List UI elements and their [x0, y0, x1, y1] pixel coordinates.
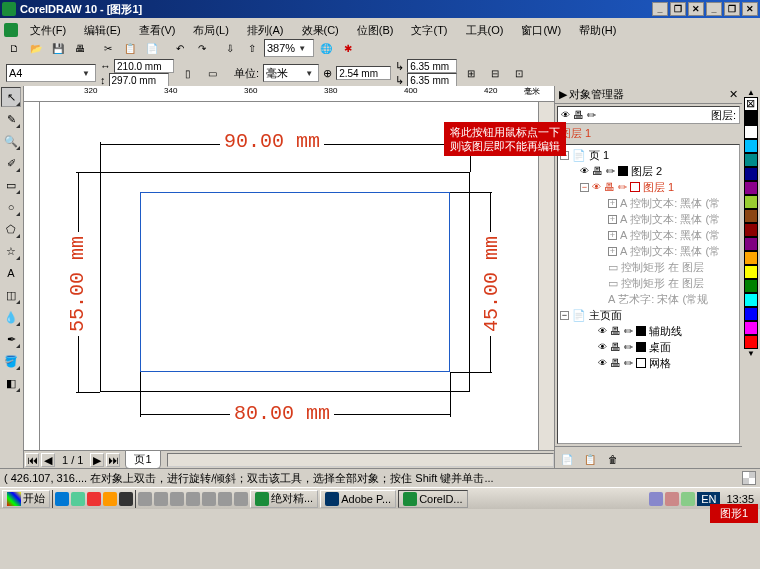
- tree-item[interactable]: +A控制文本: 黑体 (常: [560, 243, 737, 259]
- horizontal-ruler[interactable]: 320 340 360 380 400 420 毫米: [24, 86, 554, 102]
- color-swatch[interactable]: [744, 181, 758, 195]
- print-button[interactable]: 🖶: [70, 38, 90, 58]
- systray-icon[interactable]: [649, 492, 663, 506]
- tree-item[interactable]: +A控制文本: 黑体 (常: [560, 195, 737, 211]
- page-height-input[interactable]: [109, 73, 169, 87]
- restore-button[interactable]: ❐: [670, 2, 686, 16]
- menu-effects[interactable]: 效果(C): [296, 22, 345, 39]
- open-button[interactable]: 📂: [26, 38, 46, 58]
- minimize-button[interactable]: _: [652, 2, 668, 16]
- zoom-input[interactable]: 387%▼: [264, 39, 314, 57]
- ellipse-tool[interactable]: ○: [1, 197, 21, 217]
- systray-icon[interactable]: [665, 492, 679, 506]
- tree-grid-node[interactable]: 👁🖶✏网格: [560, 355, 737, 371]
- redo-button[interactable]: ↷: [192, 38, 212, 58]
- eyedropper-tool[interactable]: 💧: [1, 307, 21, 327]
- color-swatch[interactable]: [744, 251, 758, 265]
- color-swatch[interactable]: [744, 111, 758, 125]
- menu-tools[interactable]: 工具(O): [460, 22, 510, 39]
- paper-size-dropdown[interactable]: A4▼: [6, 64, 96, 82]
- doc-restore-button[interactable]: ❐: [724, 2, 740, 16]
- tray-icon[interactable]: [186, 492, 200, 506]
- tray-icon[interactable]: [202, 492, 216, 506]
- tree-item[interactable]: +A控制文本: 黑体 (常: [560, 227, 737, 243]
- tree-master-node[interactable]: −📄主页面: [560, 307, 737, 323]
- units-dropdown[interactable]: 毫米▼: [263, 64, 319, 82]
- menu-text[interactable]: 文字(T): [405, 22, 453, 39]
- blend-tool[interactable]: ◫: [1, 285, 21, 305]
- undo-button[interactable]: ↶: [170, 38, 190, 58]
- menu-arrange[interactable]: 排列(A): [241, 22, 290, 39]
- page-width-input[interactable]: [114, 59, 174, 73]
- taskbar-app[interactable]: Adobe P...: [320, 490, 396, 508]
- edit-icon[interactable]: ✏: [587, 109, 596, 122]
- copy-button[interactable]: 📋: [120, 38, 140, 58]
- delete-button[interactable]: 🗑: [603, 449, 623, 469]
- color-swatch[interactable]: [744, 265, 758, 279]
- polygon-tool[interactable]: ⬠: [1, 219, 21, 239]
- nudge-input[interactable]: [336, 66, 391, 80]
- tree-item[interactable]: ▭控制矩形 在 图层: [560, 259, 737, 275]
- color-swatch[interactable]: [744, 139, 758, 153]
- tray-icon[interactable]: [55, 492, 69, 506]
- horizontal-scrollbar[interactable]: [167, 453, 554, 467]
- app-launcher-button[interactable]: ✱: [338, 38, 358, 58]
- dup-x-input[interactable]: [407, 59, 457, 73]
- color-swatch[interactable]: [744, 279, 758, 293]
- print-icon[interactable]: 🖶: [573, 109, 584, 121]
- doc-minimize-button[interactable]: _: [706, 2, 722, 16]
- tree-item[interactable]: +A控制文本: 黑体 (常: [560, 211, 737, 227]
- save-button[interactable]: 💾: [48, 38, 68, 58]
- dup-y-input[interactable]: [407, 73, 457, 87]
- color-swatch[interactable]: [744, 209, 758, 223]
- tree-item[interactable]: A艺术字: 宋体 (常规: [560, 291, 737, 307]
- menu-window[interactable]: 窗口(W): [515, 22, 567, 39]
- interactive-fill-tool[interactable]: ◧: [1, 373, 21, 393]
- corel-online-button[interactable]: 🌐: [316, 38, 336, 58]
- color-swatch[interactable]: [744, 167, 758, 181]
- tray-icon[interactable]: [170, 492, 184, 506]
- tree-layer1-node[interactable]: −👁🖶✏图层 1: [560, 179, 737, 195]
- color-swatch[interactable]: [744, 321, 758, 335]
- tray-icon[interactable]: [103, 492, 117, 506]
- docker-close-button[interactable]: ✕: [729, 88, 738, 101]
- prev-page-button[interactable]: ◀: [41, 453, 55, 467]
- close-button[interactable]: ✕: [688, 2, 704, 16]
- color-swatch[interactable]: [744, 195, 758, 209]
- palette-down-button[interactable]: ▼: [747, 349, 755, 358]
- taskbar-app[interactable]: 绝对精...: [250, 490, 318, 508]
- page-tab[interactable]: 页1: [125, 450, 160, 468]
- start-button[interactable]: 开始: [2, 490, 50, 508]
- menu-file[interactable]: 文件(F): [24, 22, 72, 39]
- menu-help[interactable]: 帮助(H): [573, 22, 622, 39]
- landscape-button[interactable]: ▭: [202, 63, 222, 83]
- cut-button[interactable]: ✂: [98, 38, 118, 58]
- tree-desktop-node[interactable]: 👁🖶✏桌面: [560, 339, 737, 355]
- tray-icon[interactable]: [119, 492, 133, 506]
- pick-tool[interactable]: ↖: [1, 87, 21, 107]
- color-swatch[interactable]: [744, 153, 758, 167]
- text-tool[interactable]: A: [1, 263, 21, 283]
- vertical-ruler[interactable]: [24, 102, 40, 450]
- fill-tool[interactable]: 🪣: [1, 351, 21, 371]
- color-swatch[interactable]: [744, 335, 758, 349]
- snap-obj-button[interactable]: ⊡: [509, 63, 529, 83]
- color-swatch[interactable]: [744, 125, 758, 139]
- color-swatch[interactable]: [744, 307, 758, 321]
- tray-icon[interactable]: [234, 492, 248, 506]
- menu-view[interactable]: 查看(V): [133, 22, 182, 39]
- next-page-button[interactable]: ▶: [90, 453, 104, 467]
- tray-icon[interactable]: [87, 492, 101, 506]
- eye-icon[interactable]: 👁: [561, 110, 570, 120]
- import-button[interactable]: ⇩: [220, 38, 240, 58]
- last-page-button[interactable]: ⏭: [106, 453, 120, 467]
- doc-close-button[interactable]: ✕: [742, 2, 758, 16]
- no-fill-swatch[interactable]: ⊠: [744, 97, 758, 111]
- menu-bitmaps[interactable]: 位图(B): [351, 22, 400, 39]
- tree-layer2-node[interactable]: 👁🖶✏图层 2: [560, 163, 737, 179]
- tray-icon[interactable]: [218, 492, 232, 506]
- fill-indicator[interactable]: [742, 471, 756, 485]
- new-button[interactable]: 🗋: [4, 38, 24, 58]
- color-swatch[interactable]: [744, 293, 758, 307]
- freehand-tool[interactable]: ✐: [1, 153, 21, 173]
